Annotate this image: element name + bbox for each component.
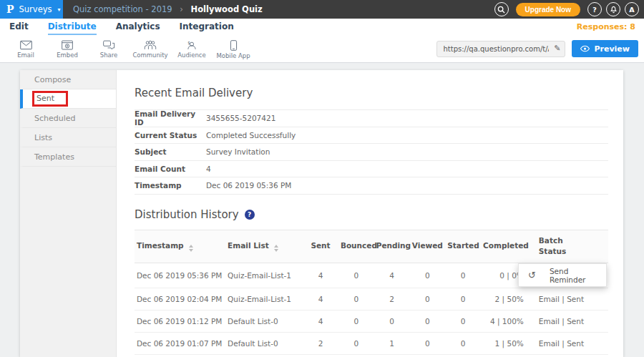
cell-completed: 1 | 50% xyxy=(481,355,530,357)
sidebar-item-compose[interactable]: Compose xyxy=(20,70,116,89)
toolbar-label: Community xyxy=(132,52,167,59)
cell-started: 0 xyxy=(445,310,481,333)
cell-sent: 4 xyxy=(303,263,338,288)
cell-batch-status: Email | Sent xyxy=(530,333,587,355)
content-card: Compose Sent Scheduled Lists Templates R… xyxy=(20,70,623,357)
col-email-list[interactable]: Email List xyxy=(225,230,303,263)
sidebar-item-sent[interactable]: Sent xyxy=(20,89,116,109)
toolbar-label: Mobile App xyxy=(216,52,250,59)
breadcrumb-separator: › xyxy=(180,4,183,14)
cell-viewed: 1 xyxy=(409,355,445,357)
detail-value: Completed Successfully xyxy=(206,131,296,140)
cell-pending: 0 xyxy=(374,310,410,333)
upgrade-now-button[interactable]: Upgrade Now xyxy=(516,3,580,16)
toolbar-item-audience[interactable]: $ Audience xyxy=(171,39,213,59)
sidebar-item-scheduled[interactable]: Scheduled xyxy=(20,109,116,128)
sidebar-item-lists[interactable]: Lists xyxy=(20,128,116,147)
detail-row: Email Count 4 xyxy=(135,161,608,178)
breadcrumb-parent[interactable]: Quiz competition - 2019 xyxy=(73,4,172,14)
cell-completed: 4 | 100% xyxy=(481,310,530,333)
survey-link-input[interactable] xyxy=(436,41,565,57)
cell-timestamp: Dec 06 2019 05:36 PM xyxy=(135,263,225,288)
cell-bounced: 0 xyxy=(338,355,374,357)
detail-row: Subject Survey Invitation xyxy=(135,144,608,161)
toolbar-item-mobile-app[interactable]: Mobile App xyxy=(213,39,254,59)
table-row[interactable]: Dec 06 2019 01:12 PM Default List-0 4 0 … xyxy=(135,310,608,333)
breadcrumb: Quiz competition - 2019 › Hollywood Quiz xyxy=(73,4,263,14)
cell-pending: 0 xyxy=(374,355,410,357)
breadcrumb-current: Hollywood Quiz xyxy=(191,4,263,14)
table-row[interactable]: Dec 06 2019 02:04 PM Quiz-Email-List-1 4… xyxy=(135,288,608,310)
cell-viewed: 0 xyxy=(409,263,445,288)
cell-started: 0 xyxy=(445,333,481,355)
search-icon xyxy=(497,6,505,14)
cell-viewed: 0 xyxy=(409,310,445,333)
cell-batch-status: Email | Sent xyxy=(530,288,587,310)
tab-edit[interactable]: Edit xyxy=(9,19,29,35)
main-panel: Recent Email Delivery Email Delivery ID … xyxy=(117,70,623,357)
col-sent: Sent xyxy=(303,230,338,263)
notifications-button[interactable] xyxy=(606,2,620,16)
sort-icon[interactable] xyxy=(274,245,278,252)
toolbar-item-email[interactable]: Email xyxy=(5,39,47,59)
email-sidebar: Compose Sent Scheduled Lists Templates xyxy=(20,70,117,357)
distribution-history-header: Distribution History ? xyxy=(135,208,608,221)
toolbar-item-share[interactable]: Share xyxy=(88,39,130,59)
tab-distribute[interactable]: Distribute xyxy=(48,19,97,35)
tab-analytics[interactable]: Analytics xyxy=(116,19,160,35)
cell-viewed: 0 xyxy=(409,288,445,310)
table-row[interactable]: Dec 06 2019 01:07 PM Default List-0 2 0 … xyxy=(135,333,608,355)
section-tabs: Edit Distribute Analytics Integration Re… xyxy=(0,19,644,35)
tab-integration[interactable]: Integration xyxy=(180,19,234,35)
detail-row: Current Status Completed Successfully xyxy=(135,127,608,145)
detail-label: Email Count xyxy=(135,165,206,173)
cell-timestamp: Dec 06 2019 01:07 PM xyxy=(135,333,225,355)
annotation-red-box: Sent xyxy=(32,91,68,107)
distribution-history-title: Distribution History xyxy=(135,208,239,221)
col-bounced: Bounced xyxy=(338,230,374,263)
send-reminder-menu-item[interactable]: Send Reminder xyxy=(550,267,606,284)
survey-link-field: ✎ xyxy=(436,41,565,57)
avatar[interactable]: A xyxy=(625,2,639,16)
chevron-down-icon: ▾ xyxy=(58,6,61,13)
preview-button-label: Preview xyxy=(594,44,630,54)
recent-delivery-details: Email Delivery ID 3455655-5207421 Curren… xyxy=(135,109,608,195)
responses-count[interactable]: Responses: 8 xyxy=(577,19,644,35)
recent-delivery-title: Recent Email Delivery xyxy=(135,87,608,99)
sidebar-item-templates[interactable]: Templates xyxy=(20,147,116,167)
table-row[interactable]: Dec 06 2019 12:37 PM Default List-0 2 0 … xyxy=(135,355,608,357)
cell-actions xyxy=(587,288,608,310)
cell-timestamp: Dec 06 2019 12:37 PM xyxy=(135,355,225,357)
toolbar-label: Share xyxy=(100,52,118,59)
share-icon xyxy=(103,40,115,50)
toolbar-item-community[interactable]: Community xyxy=(130,39,171,59)
history-help-icon[interactable]: ? xyxy=(245,210,255,220)
sort-icon[interactable] xyxy=(189,245,193,252)
cell-batch-status: Email | Sent xyxy=(530,310,587,333)
surveys-menu[interactable]: P Surveys ▾ xyxy=(0,0,63,19)
search-button[interactable] xyxy=(494,2,509,16)
email-icon xyxy=(20,40,32,50)
cell-started: 0 xyxy=(445,288,481,310)
svg-text:$: $ xyxy=(187,41,190,45)
row-menu-popup: ↺ Send Reminder xyxy=(518,263,607,287)
cell-sent: 4 xyxy=(303,310,338,333)
cell-email-list: Quiz-Email-List-1 xyxy=(225,263,303,288)
cell-completed: 2 | 50% xyxy=(481,288,530,310)
detail-value: 3455655-5207421 xyxy=(206,114,275,122)
cell-started: 0 xyxy=(445,263,481,288)
col-viewed: Viewed xyxy=(409,230,445,263)
edit-link-icon[interactable]: ✎ xyxy=(554,44,560,53)
preview-button[interactable]: Preview xyxy=(572,40,638,57)
sidebar-item-label: Sent xyxy=(36,94,54,103)
cell-sent: 2 xyxy=(303,355,338,357)
cell-sent: 2 xyxy=(303,333,338,355)
product-switcher-label: Surveys xyxy=(19,4,52,14)
help-button[interactable]: ? xyxy=(587,2,602,16)
top-header: P Surveys ▾ Quiz competition - 2019 › Ho… xyxy=(0,0,644,19)
col-timestamp[interactable]: Timestamp xyxy=(135,230,225,263)
toolbar-item-embed[interactable]: Embed xyxy=(47,39,88,59)
embed-icon xyxy=(62,40,73,50)
sidebar-item-label: Templates xyxy=(34,152,74,162)
toolbar-label: Embed xyxy=(57,52,78,59)
